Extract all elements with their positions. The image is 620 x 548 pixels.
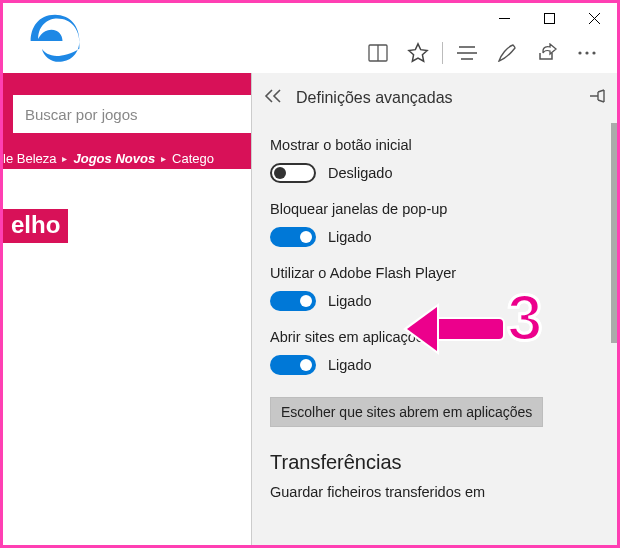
toggle-flash-player[interactable]	[270, 291, 316, 311]
page-badge: elho	[3, 209, 68, 243]
share-icon[interactable]	[527, 33, 567, 73]
downloads-subline: Guardar ficheiros transferidos em	[270, 484, 599, 500]
setting-label: Bloquear janelas de pop-up	[270, 201, 599, 217]
window-titlebar	[3, 3, 617, 33]
toggle-open-in-apps[interactable]	[270, 355, 316, 375]
toolbar-separator	[442, 42, 443, 64]
page-content: Buscar por jogos le Beleza ▸ Jogos Novos…	[3, 73, 253, 548]
toggle-state-text: Ligado	[328, 293, 372, 309]
svg-point-7	[585, 51, 588, 54]
setting-label: Mostrar o botão inicial	[270, 137, 599, 153]
setting-label: Utilizar o Adobe Flash Player	[270, 265, 599, 281]
advanced-settings-panel: Definições avançadas Mostrar o botão ini…	[251, 73, 617, 545]
nav-item[interactable]: le Beleza	[3, 151, 56, 166]
setting-open-in-apps: Abrir sites em aplicações Ligado	[270, 329, 599, 375]
hub-lines-icon[interactable]	[447, 33, 487, 73]
chevron-right-icon: ▸	[161, 153, 166, 164]
browser-toolbar	[3, 33, 617, 73]
nav-item-active[interactable]: Jogos Novos	[73, 151, 155, 166]
svg-point-6	[578, 51, 581, 54]
setting-flash-player: Utilizar o Adobe Flash Player Ligado	[270, 265, 599, 311]
panel-header: Definições avançadas	[252, 73, 617, 123]
setting-block-popups: Bloquear janelas de pop-up Ligado	[270, 201, 599, 247]
section-heading-downloads: Transferências	[270, 451, 599, 474]
toggle-state-text: Desligado	[328, 165, 393, 181]
toggle-block-popups[interactable]	[270, 227, 316, 247]
toggle-state-text: Ligado	[328, 357, 372, 373]
scrollbar[interactable]	[611, 123, 617, 343]
reading-list-icon[interactable]	[358, 33, 398, 73]
close-button[interactable]	[572, 3, 617, 33]
search-input[interactable]: Buscar por jogos	[13, 95, 261, 133]
setting-home-button: Mostrar o botão inicial Desligado	[270, 137, 599, 183]
svg-point-8	[592, 51, 595, 54]
toggle-home-button[interactable]	[270, 163, 316, 183]
minimize-button[interactable]	[482, 3, 527, 33]
category-nav: le Beleza ▸ Jogos Novos ▸ Catego	[3, 147, 253, 169]
choose-sites-button[interactable]: Escolher que sites abrem em aplicações	[270, 397, 543, 427]
setting-label: Abrir sites em aplicações	[270, 329, 599, 345]
chevron-right-icon: ▸	[62, 153, 67, 164]
back-chevrons-icon[interactable]	[264, 89, 282, 107]
edge-logo-icon	[25, 9, 85, 69]
more-icon[interactable]	[567, 33, 607, 73]
svg-rect-0	[545, 13, 555, 23]
search-placeholder: Buscar por jogos	[25, 106, 138, 123]
nav-item[interactable]: Catego	[172, 151, 214, 166]
maximize-button[interactable]	[527, 3, 572, 33]
pin-icon[interactable]	[589, 89, 605, 107]
panel-title: Definições avançadas	[296, 89, 453, 107]
favorites-star-icon[interactable]	[398, 33, 438, 73]
pen-notes-icon[interactable]	[487, 33, 527, 73]
toggle-state-text: Ligado	[328, 229, 372, 245]
